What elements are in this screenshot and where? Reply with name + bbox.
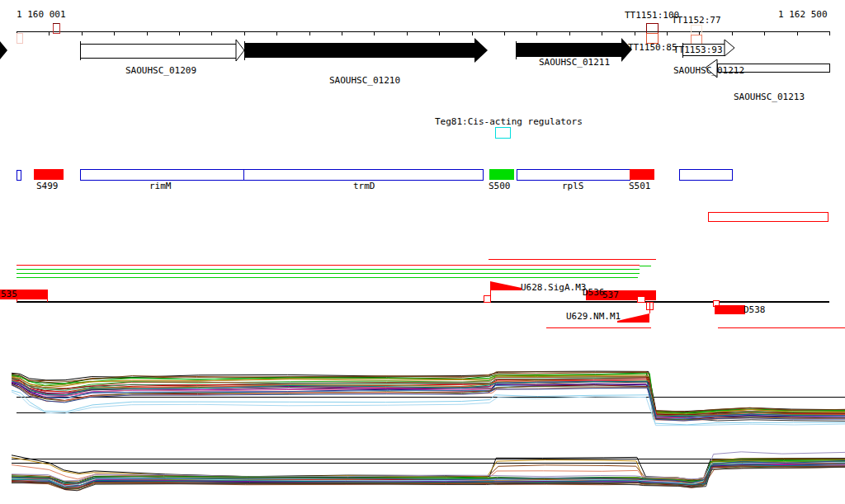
gene-saouhsc-01213-label: SAOUHSC_01213 xyxy=(734,92,805,101)
feature-s499-box[interactable] xyxy=(34,169,64,180)
feature-d536-label: D536 xyxy=(583,288,605,297)
feature-d535-label: 535 xyxy=(1,290,17,299)
terminator-tt1152-box-lower[interactable] xyxy=(691,35,701,45)
feature-s499-label: S499 xyxy=(36,181,59,191)
genome-browser-canvas: 1 160 001 1 162 500 TT1151:100 TT1152:77… xyxy=(0,0,845,504)
terminator-tt1152-box[interactable] xyxy=(691,25,701,35)
feature-s500-box[interactable] xyxy=(489,169,514,180)
feature-d538-label: D538 xyxy=(744,305,766,314)
gene-rpls-label: rplS xyxy=(562,181,584,191)
gene-saouhsc-01210-arrowhead[interactable] xyxy=(474,38,488,63)
motif-u628-ramp[interactable] xyxy=(490,281,522,290)
motif-u628-label: U628.SigA.M3 xyxy=(521,283,586,292)
ruler-end-coordinate: 1 162 500 xyxy=(778,10,828,19)
terminator-tt1150-label[interactable]: TT1150:85 xyxy=(628,43,677,52)
feature-anchor-a[interactable] xyxy=(637,296,644,302)
feature-s501-box[interactable] xyxy=(630,169,654,180)
gene-rpls-box[interactable] xyxy=(517,169,630,180)
feature-s500-label: S500 xyxy=(489,181,511,191)
ruler-marker-pale[interactable] xyxy=(17,33,22,43)
feature-anchor-d538[interactable] xyxy=(713,300,719,306)
gene-saouhsc-01210-arrow[interactable] xyxy=(244,43,474,58)
gene-saouhsc-01211-arrow[interactable] xyxy=(516,43,621,57)
gene-fragment-arrow[interactable] xyxy=(0,41,7,59)
feature-s501-label: S501 xyxy=(629,181,651,191)
gene-saouhsc-01212-label: SAOUHSC_01212 xyxy=(673,66,744,75)
gene-rimm-box[interactable] xyxy=(80,169,243,180)
terminator-tt1152-label[interactable]: TT1152:77 xyxy=(672,16,721,25)
feature-d538-box[interactable] xyxy=(715,305,745,314)
gene-saouhsc-01210-label: SAOUHSC_01210 xyxy=(329,76,400,85)
feature-537-label: 537 xyxy=(602,290,619,299)
gene-saouhsc-01209-label: SAOUHSC_01209 xyxy=(125,66,196,75)
motif-u629-label: U629.NM.M1 xyxy=(566,312,621,321)
teg81-regulator-label: Teg81:Cis-acting regulators xyxy=(435,117,583,126)
feature-box-small[interactable] xyxy=(17,170,21,180)
motif-u629-ramp[interactable] xyxy=(617,313,649,323)
gene-saouhsc-01212-arrowhead[interactable] xyxy=(725,40,734,56)
gene-saouhsc-01209-arrow[interactable] xyxy=(80,44,236,58)
feature-box-right[interactable] xyxy=(679,169,732,180)
gene-trmd-box[interactable] xyxy=(243,169,483,180)
feature-red-outline-box[interactable] xyxy=(708,212,828,221)
ruler-start-coordinate: 1 160 001 xyxy=(17,10,66,19)
gene-trmd-label: trmD xyxy=(353,181,375,191)
gene-saouhsc-01211-label: SAOUHSC_01211 xyxy=(539,58,610,67)
terminator-tt1153-label[interactable]: TT1153:93 xyxy=(673,45,723,54)
gene-rimm-label: rimM xyxy=(149,181,172,191)
gene-saouhsc-01209-arrowhead[interactable] xyxy=(236,40,244,61)
teg81-box[interactable] xyxy=(495,127,510,138)
motif-u628-anchor[interactable] xyxy=(484,295,490,302)
